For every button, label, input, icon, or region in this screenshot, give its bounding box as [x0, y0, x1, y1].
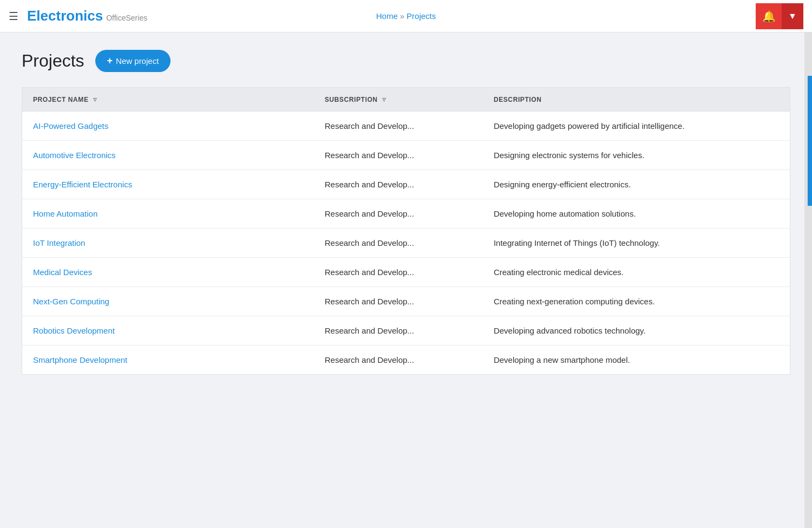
- project-link[interactable]: Robotics Development: [33, 326, 115, 335]
- cell-description: Designing electronic systems for vehicle…: [483, 141, 790, 170]
- project-link[interactable]: Automotive Electronics: [33, 151, 116, 160]
- table-row: Next-Gen ComputingResearch and Develop..…: [22, 287, 790, 316]
- cell-project-name: Next-Gen Computing: [22, 287, 314, 316]
- table-row: Robotics DevelopmentResearch and Develop…: [22, 316, 790, 346]
- cell-subscription: Research and Develop...: [314, 141, 483, 170]
- project-link[interactable]: Energy-Efficient Electronics: [33, 180, 132, 189]
- project-link[interactable]: Smartphone Development: [33, 355, 127, 364]
- col-header-description: DESCRIPTION: [483, 88, 790, 112]
- table-row: Automotive ElectronicsResearch and Devel…: [22, 141, 790, 170]
- cell-subscription: Research and Develop...: [314, 170, 483, 199]
- cell-project-name: Smartphone Development: [22, 346, 314, 375]
- col-header-subscription: SUBSCRIPTION ▿: [314, 88, 483, 112]
- table-header-row: PROJECT NAME ▿ SUBSCRIPTION ▿ DESCRIPTIO…: [22, 88, 790, 112]
- logo-main: Electronics: [27, 8, 103, 24]
- project-link[interactable]: Next-Gen Computing: [33, 297, 109, 306]
- dropdown-icon: ▼: [788, 11, 797, 21]
- cell-description: Developing home automation solutions.: [483, 199, 790, 229]
- breadcrumb: Home » Projects: [376, 11, 436, 21]
- page-title: Projects: [22, 51, 84, 71]
- header: ☰ Electronics OfficeSeries Home » Projec…: [0, 0, 812, 32]
- scrollbar-thumb[interactable]: [808, 76, 812, 206]
- projects-table: PROJECT NAME ▿ SUBSCRIPTION ▿ DESCRIPTIO…: [22, 87, 790, 375]
- cell-subscription: Research and Develop...: [314, 316, 483, 346]
- cell-project-name: Home Automation: [22, 199, 314, 229]
- col-sub-filter-icon[interactable]: ▿: [382, 95, 387, 103]
- logo: Electronics OfficeSeries: [27, 8, 147, 24]
- col-name-filter-icon[interactable]: ▿: [93, 95, 97, 103]
- table-row: Home AutomationResearch and Develop...De…: [22, 199, 790, 229]
- dropdown-button[interactable]: ▼: [782, 3, 803, 29]
- main-content: Projects + New project PROJECT NAME ▿ SU…: [0, 32, 812, 392]
- scrollbar-track: [804, 32, 812, 392]
- project-link[interactable]: IoT Integration: [33, 238, 85, 247]
- cell-subscription: Research and Develop...: [314, 199, 483, 229]
- cell-project-name: Energy-Efficient Electronics: [22, 170, 314, 199]
- cell-project-name: Medical Devices: [22, 258, 314, 287]
- cell-subscription: Research and Develop...: [314, 112, 483, 141]
- cell-project-name: IoT Integration: [22, 229, 314, 258]
- col-sub-label: SUBSCRIPTION: [325, 96, 378, 103]
- cell-description: Creating next-generation computing devic…: [483, 287, 790, 316]
- bell-icon: 🔔: [762, 10, 776, 23]
- breadcrumb-home[interactable]: Home: [376, 11, 398, 21]
- logo-sub: OfficeSeries: [106, 14, 147, 22]
- header-actions: 🔔 ▼: [756, 3, 803, 29]
- table-row: AI-Powered GadgetsResearch and Develop..…: [22, 112, 790, 141]
- cell-description: Integrating Internet of Things (IoT) tec…: [483, 229, 790, 258]
- table-row: Smartphone DevelopmentResearch and Devel…: [22, 346, 790, 375]
- cell-description: Developing gadgets powered by artificial…: [483, 112, 790, 141]
- cell-project-name: AI-Powered Gadgets: [22, 112, 314, 141]
- cell-description: Designing energy-efficient electronics.: [483, 170, 790, 199]
- project-link[interactable]: Medical Devices: [33, 268, 92, 277]
- bell-button[interactable]: 🔔: [756, 3, 782, 29]
- breadcrumb-separator: »: [400, 11, 404, 21]
- cell-project-name: Automotive Electronics: [22, 141, 314, 170]
- table-row: Medical DevicesResearch and Develop...Cr…: [22, 258, 790, 287]
- new-project-label: New project: [116, 56, 159, 66]
- page-header: Projects + New project: [22, 50, 790, 72]
- cell-subscription: Research and Develop...: [314, 258, 483, 287]
- project-link[interactable]: Home Automation: [33, 209, 97, 218]
- cell-subscription: Research and Develop...: [314, 287, 483, 316]
- cell-subscription: Research and Develop...: [314, 229, 483, 258]
- table-header: PROJECT NAME ▿ SUBSCRIPTION ▿ DESCRIPTIO…: [22, 88, 790, 112]
- cell-subscription: Research and Develop...: [314, 346, 483, 375]
- cell-description: Creating electronic medical devices.: [483, 258, 790, 287]
- project-link[interactable]: AI-Powered Gadgets: [33, 121, 108, 131]
- table-body: AI-Powered GadgetsResearch and Develop..…: [22, 112, 790, 375]
- table-row: Energy-Efficient ElectronicsResearch and…: [22, 170, 790, 199]
- new-project-plus: +: [107, 55, 113, 67]
- menu-icon[interactable]: ☰: [9, 10, 18, 23]
- col-desc-label: DESCRIPTION: [494, 96, 542, 103]
- cell-description: Developing a new smartphone model.: [483, 346, 790, 375]
- table-row: IoT IntegrationResearch and Develop...In…: [22, 229, 790, 258]
- col-header-name: PROJECT NAME ▿: [22, 88, 314, 112]
- breadcrumb-current[interactable]: Projects: [407, 11, 436, 21]
- cell-description: Developing advanced robotics technology.: [483, 316, 790, 346]
- new-project-button[interactable]: + New project: [95, 50, 171, 72]
- col-name-label: PROJECT NAME: [33, 96, 89, 103]
- cell-project-name: Robotics Development: [22, 316, 314, 346]
